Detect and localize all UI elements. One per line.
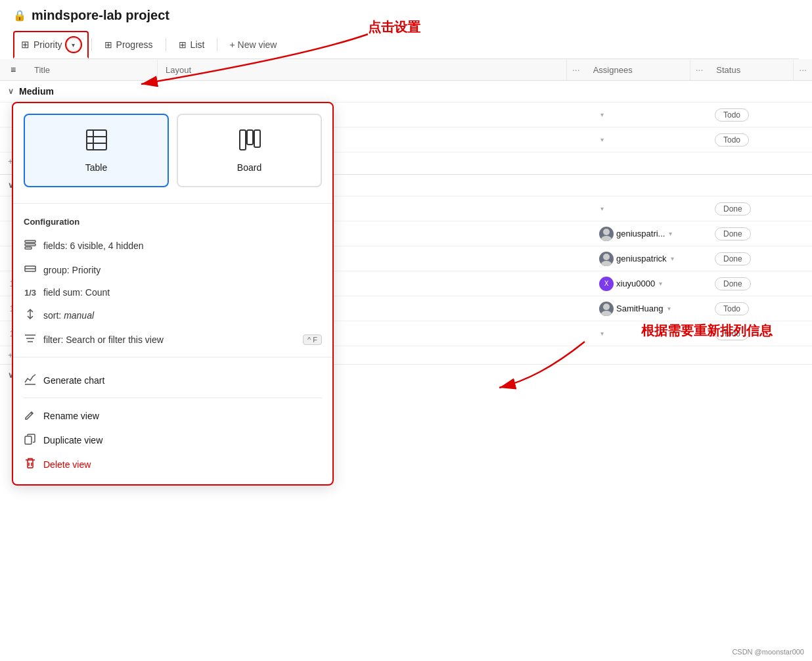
th-title: Title: [26, 60, 158, 80]
row-12-status: Todo: [707, 323, 792, 344]
th-more-1[interactable]: ···: [567, 59, 585, 80]
action-delete-view[interactable]: Delete view: [24, 452, 322, 476]
rename-icon: [24, 409, 37, 422]
svg-point-1: [601, 236, 612, 241]
config-section: Configuration fields: 6 visible, 4 hidde…: [13, 209, 332, 352]
row-9-status: Done: [707, 248, 792, 269]
assignee-chip: X xiuyu0000 ▾: [599, 277, 662, 291]
tab-sep-2: [166, 38, 166, 51]
row-11-assignees: SamitHuang ▾: [591, 298, 696, 320]
priority-dropdown-btn[interactable]: ▾: [66, 37, 81, 52]
action-duplicate-view[interactable]: Duplicate view: [24, 428, 322, 452]
status-badge-done[interactable]: Done: [715, 227, 751, 240]
table-layout-label: Table: [85, 162, 107, 173]
avatar: [599, 227, 614, 241]
status-badge-done[interactable]: Done: [715, 277, 751, 290]
status-badge-done[interactable]: Done: [715, 252, 751, 265]
tab-new-view[interactable]: + New view: [220, 34, 286, 55]
table-icon: ⊞: [21, 39, 30, 51]
filter-lines-icon: [24, 332, 37, 346]
generate-chart-label: Generate chart: [43, 375, 104, 386]
row-7-status: Done: [707, 198, 792, 219]
th-status-label: Status: [716, 65, 740, 75]
svg-point-0: [603, 229, 610, 235]
tab-list-label: List: [191, 39, 205, 50]
filter-icon: ≡: [11, 64, 16, 75]
svg-point-2: [603, 254, 610, 260]
delete-view-label: Delete view: [43, 459, 91, 470]
th-assignees-label: Assignees: [593, 65, 633, 75]
svg-rect-15: [25, 247, 32, 249]
divider-3: [24, 398, 322, 398]
table-layout-icon: [85, 128, 108, 157]
assignee-name: SamitHuang: [616, 304, 664, 313]
config-item-fieldsum[interactable]: 1/3 field sum: Count: [24, 282, 322, 303]
row-8-assignees: geniuspatri... ▾: [591, 223, 696, 245]
assignee-name: xiuyu0000: [616, 279, 655, 288]
assignee-chevron: ▾: [600, 136, 604, 143]
tab-sep-1: [91, 38, 92, 51]
config-item-group[interactable]: group: Priority: [24, 258, 322, 282]
tab-progress-label: Progress: [116, 39, 153, 50]
config-item-sort[interactable]: sort: manual: [24, 303, 322, 327]
th-layout-label: Layout: [166, 65, 191, 75]
row-6-more: [572, 136, 591, 144]
tab-list[interactable]: ⊞ List: [169, 34, 215, 56]
assignee-chevron: ▾: [667, 305, 671, 312]
config-item-fields[interactable]: fields: 6 visible, 4 hidden: [24, 233, 322, 258]
avatar: X: [599, 277, 614, 291]
assignee-chevron: ▾: [600, 330, 604, 337]
assignee-chevron: ▾: [671, 255, 674, 262]
svg-rect-27: [25, 436, 32, 444]
config-filter-text: filter: Search or filter this view: [43, 334, 164, 345]
assignee-chip: geniuspatri... ▾: [599, 227, 672, 241]
action-generate-chart[interactable]: Generate chart: [24, 368, 322, 392]
svg-rect-13: [25, 240, 35, 242]
board-layout-icon: [238, 128, 261, 157]
status-badge-todo[interactable]: Todo: [715, 327, 749, 340]
assignee-chevron: ▾: [659, 280, 662, 287]
config-title: Configuration: [24, 217, 322, 227]
th-more-3[interactable]: ···: [794, 59, 812, 80]
svg-rect-12: [254, 130, 260, 147]
svg-point-3: [601, 261, 612, 266]
chart-icon: [24, 373, 37, 387]
filter-icon-cell: ≡: [0, 59, 26, 80]
status-badge-todo[interactable]: Todo: [715, 108, 749, 122]
group-icon: [24, 263, 37, 277]
row-11-status: Todo: [707, 298, 792, 319]
tab-sep-3: [217, 38, 217, 51]
svg-point-5: [601, 311, 612, 316]
assignee-chevron: ▾: [600, 111, 604, 118]
footer-credit: CSDN @moonstar000: [732, 648, 804, 656]
status-badge-done[interactable]: Done: [715, 202, 751, 216]
status-badge-todo[interactable]: Todo: [715, 302, 749, 315]
lock-icon: 🔒: [13, 9, 26, 22]
fields-icon: [24, 239, 37, 252]
row-7-assignees: ▾: [591, 201, 696, 216]
th-more-2[interactable]: ···: [690, 59, 709, 80]
sort-icon: [24, 308, 37, 322]
tab-progress[interactable]: ⊞ Progress: [95, 34, 163, 56]
board-layout-label: Board: [237, 162, 261, 173]
layout-option-board[interactable]: Board: [177, 114, 322, 187]
filter-shortcut: ^ F: [303, 334, 322, 345]
config-item-filter[interactable]: filter: Search or filter this view ^ F: [24, 327, 322, 352]
config-sort-text: sort: manual: [43, 310, 94, 321]
status-badge-todo[interactable]: Todo: [715, 133, 749, 147]
layout-section: Table Board: [13, 114, 332, 198]
assignee-name: geniuspatrick: [616, 254, 667, 263]
th-title-label: Title: [34, 65, 50, 75]
row-10-status: Done: [707, 273, 792, 294]
duplicate-view-label: Duplicate view: [43, 435, 102, 445]
avatar: [599, 252, 614, 266]
action-section: Generate chart Rename view: [13, 363, 332, 476]
config-fieldsum-text: field sum: Count: [43, 287, 110, 298]
assignee-chevron: ▾: [600, 205, 604, 212]
action-rename-view[interactable]: Rename view: [24, 403, 322, 428]
duplicate-icon: [24, 433, 37, 447]
tab-priority[interactable]: ⊞ Priority ▾: [13, 31, 89, 58]
config-fields-text: fields: 6 visible, 4 hidden: [43, 240, 144, 251]
group-header-medium-1[interactable]: ∨ Medium: [0, 81, 812, 103]
layout-option-table[interactable]: Table: [24, 114, 169, 187]
